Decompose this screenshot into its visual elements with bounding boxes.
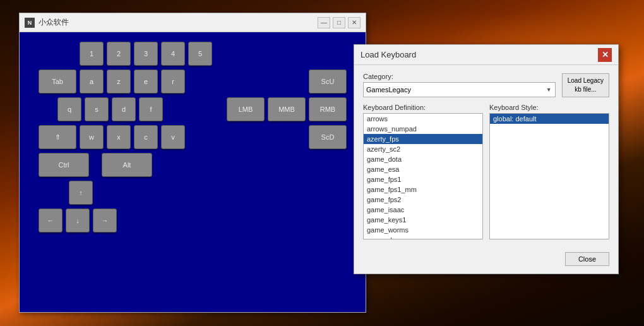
keyboard-def-col: Keyboard Definition: arrowsarrows_numpad…: [363, 104, 483, 239]
key-row-3: q s d f LMB MMB RMB: [39, 97, 347, 121]
keyboard-window: N 小众软件 — □ ✕ 1 2 3 4 5 Tab a z e r ScU: [19, 13, 366, 313]
window-title: 小众软件: [39, 17, 318, 28]
list-item[interactable]: game_fps1: [364, 174, 482, 184]
key-up[interactable]: ↑: [69, 181, 93, 205]
key-v[interactable]: v: [161, 125, 185, 149]
key-1[interactable]: 1: [80, 42, 104, 66]
close-dialog-button[interactable]: Close: [565, 252, 609, 266]
list-item[interactable]: game_fps2: [364, 195, 482, 205]
list-item[interactable]: game_fps1_mm: [364, 184, 482, 195]
dialog-title: Load Keyboard: [361, 50, 598, 59]
key-left[interactable]: ←: [39, 208, 63, 232]
key-3[interactable]: 3: [134, 42, 158, 66]
key-lmb[interactable]: LMB: [227, 97, 265, 121]
keyboard-style-label: Keyboard Style:: [489, 104, 609, 111]
key-z[interactable]: z: [107, 69, 131, 94]
key-tab[interactable]: Tab: [39, 69, 76, 94]
key-w[interactable]: w: [80, 125, 104, 149]
list-item[interactable]: azerty_sc2: [364, 144, 482, 154]
category-select-wrapper: GamesLegacy ▼: [363, 82, 556, 97]
key-row-7: ← ↓ →: [39, 208, 347, 232]
list-item[interactable]: arrows: [364, 114, 482, 124]
key-ctrl[interactable]: Ctrl: [39, 153, 89, 177]
key-row-2: Tab a z e r ScU: [39, 69, 347, 94]
key-q[interactable]: q: [57, 97, 81, 121]
load-keyboard-dialog: Load Keyboard ✕ Category: GamesLegacy ▼ …: [354, 44, 619, 274]
window-controls: — □ ✕: [318, 17, 361, 28]
category-label: Category:: [363, 73, 556, 80]
keyboard-def-label: Keyboard Definition:: [363, 104, 483, 111]
list-item[interactable]: game_dota: [364, 154, 482, 164]
keyboard-style-col: Keyboard Style: global: default: [489, 104, 609, 239]
key-e[interactable]: e: [134, 69, 158, 94]
list-item[interactable]: numpad: [364, 235, 482, 239]
app-icon: N: [25, 18, 35, 28]
key-scu[interactable]: ScU: [309, 69, 347, 94]
key-4[interactable]: 4: [161, 42, 185, 66]
key-a[interactable]: a: [80, 69, 104, 94]
key-r[interactable]: r: [161, 69, 185, 94]
key-row-4: ⇑ w x c v ScD: [39, 125, 347, 149]
key-f[interactable]: f: [139, 97, 163, 121]
dialog-titlebar: Load Keyboard ✕: [354, 45, 618, 65]
list-item[interactable]: game_esa: [364, 164, 482, 174]
key-mmb[interactable]: MMB: [268, 97, 306, 121]
category-select[interactable]: GamesLegacy: [363, 82, 556, 97]
key-right[interactable]: →: [93, 208, 117, 232]
key-2[interactable]: 2: [107, 42, 131, 66]
key-x[interactable]: x: [107, 125, 131, 149]
dialog-footer: Close: [354, 247, 618, 274]
key-c[interactable]: c: [134, 125, 158, 149]
category-left: Category: GamesLegacy ▼: [363, 73, 556, 97]
list-item[interactable]: game_keys1: [364, 215, 482, 225]
keyboard-style-listbox[interactable]: global: default: [489, 113, 609, 239]
list-item[interactable]: game_worms: [364, 225, 482, 235]
key-5[interactable]: 5: [188, 42, 212, 66]
key-row-6: ↑: [39, 181, 347, 205]
list-item[interactable]: game_isaac: [364, 205, 482, 215]
load-legacy-button[interactable]: Load Legacy kb file...: [562, 73, 609, 97]
key-row-5: Ctrl Alt: [39, 153, 347, 177]
key-row-1: 1 2 3 4 5: [39, 42, 347, 66]
list-item[interactable]: global: default: [490, 114, 609, 124]
window-close-button[interactable]: ✕: [348, 17, 361, 28]
window-titlebar: N 小众软件 — □ ✕: [20, 13, 366, 32]
keyboard-def-listbox[interactable]: arrowsarrows_numpadazerty_fpsazerty_sc2g…: [363, 113, 483, 239]
key-alt[interactable]: Alt: [102, 153, 152, 177]
key-d[interactable]: d: [112, 97, 136, 121]
keyboard-area: 1 2 3 4 5 Tab a z e r ScU q s d f LMB MM…: [20, 32, 366, 312]
list-item[interactable]: azerty_fps: [364, 134, 482, 144]
key-s[interactable]: s: [85, 97, 109, 121]
category-row: Category: GamesLegacy ▼ Load Legacy kb f…: [363, 73, 609, 97]
key-rmb[interactable]: RMB: [309, 97, 347, 121]
maximize-button[interactable]: □: [333, 17, 345, 28]
lists-row: Keyboard Definition: arrowsarrows_numpad…: [363, 104, 609, 239]
key-scd[interactable]: ScD: [309, 125, 347, 149]
key-down[interactable]: ↓: [66, 208, 90, 232]
key-shift[interactable]: ⇑: [39, 125, 76, 149]
list-item[interactable]: arrows_numpad: [364, 124, 482, 134]
dialog-close-x-button[interactable]: ✕: [598, 48, 612, 62]
dialog-body: Category: GamesLegacy ▼ Load Legacy kb f…: [354, 65, 618, 247]
minimize-button[interactable]: —: [318, 17, 330, 28]
